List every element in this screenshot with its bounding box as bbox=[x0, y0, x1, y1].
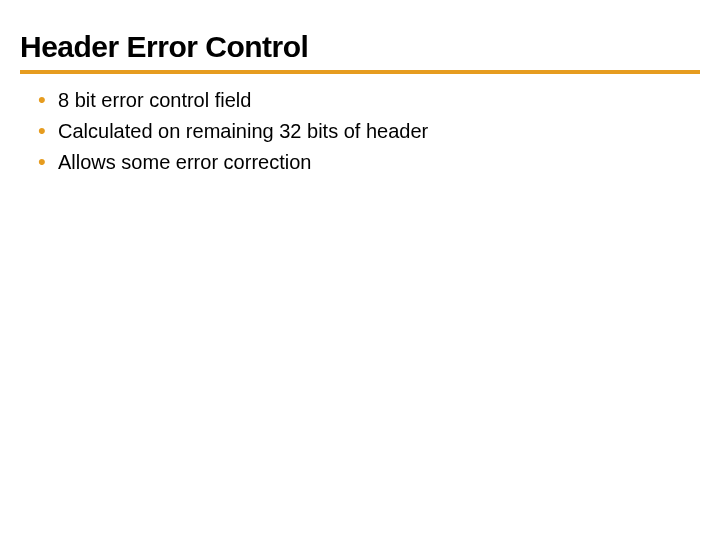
bullet-list: 8 bit error control field Calculated on … bbox=[20, 86, 700, 177]
list-item: Calculated on remaining 32 bits of heade… bbox=[38, 117, 700, 146]
list-item: Allows some error correction bbox=[38, 148, 700, 177]
list-item: 8 bit error control field bbox=[38, 86, 700, 115]
slide-title: Header Error Control bbox=[20, 30, 700, 74]
